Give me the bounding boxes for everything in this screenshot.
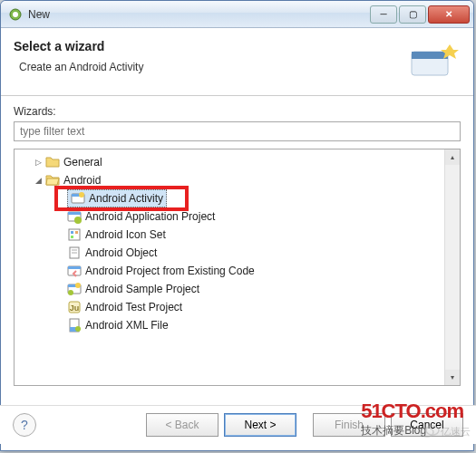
scroll-down-icon[interactable]: ▾ [445, 370, 460, 385]
svg-point-22 [75, 283, 81, 288]
tree-node-general[interactable]: ▷ General [16, 153, 442, 171]
wizard-banner-icon [406, 39, 461, 82]
content-area: Wizards: ▷ General ◢ Android [1, 96, 473, 391]
svg-rect-13 [75, 231, 78, 234]
back-button[interactable]: < Back [146, 413, 219, 437]
svg-point-10 [74, 217, 82, 224]
svg-rect-19 [68, 266, 81, 269]
app-icon [8, 7, 23, 22]
object-icon [67, 246, 82, 260]
svg-point-1 [13, 12, 18, 17]
finish-button[interactable]: Finish [313, 413, 385, 437]
tree-label: Android [63, 174, 101, 187]
wizards-label: Wizards: [14, 105, 461, 118]
dialog-window: New ─ ▢ ✕ Select a wizard Create an Andr… [0, 0, 474, 451]
folder-open-icon [45, 173, 60, 188]
folder-icon [45, 155, 60, 169]
svg-point-23 [68, 290, 73, 295]
svg-rect-9 [68, 212, 81, 215]
tree-label: Android XML File [85, 319, 169, 332]
tree-node-android[interactable]: ◢ Android [16, 171, 442, 189]
tree-label: Android Activity [89, 192, 163, 205]
import-project-icon [67, 264, 82, 278]
svg-point-7 [79, 192, 84, 198]
button-bar: ? < Back Next > Finish Cancel [0, 405, 476, 444]
scroll-up-icon[interactable]: ▴ [445, 149, 460, 165]
tree-label: Android Object [85, 246, 157, 259]
close-button[interactable]: ✕ [428, 5, 470, 24]
collapse-icon[interactable]: ◢ [33, 175, 44, 186]
header-title: Select a wizard [14, 39, 406, 53]
tree-label: Android Application Project [85, 210, 215, 223]
titlebar[interactable]: New ─ ▢ ✕ [1, 1, 473, 28]
svg-text:Ju: Ju [70, 304, 80, 313]
next-button[interactable]: Next > [224, 413, 296, 437]
tree-node-android-activity[interactable]: Android Activity [16, 189, 442, 207]
icon-set-icon [67, 227, 82, 242]
tree-label: Android Project from Existing Code [85, 265, 255, 277]
xml-file-icon [67, 318, 82, 333]
svg-rect-12 [71, 231, 73, 234]
maximize-button[interactable]: ▢ [399, 5, 426, 24]
sample-project-icon [67, 282, 82, 296]
test-project-icon: Ju [67, 300, 82, 314]
tree-node-test-project[interactable]: Ju Android Test Project [16, 298, 442, 316]
minimize-button[interactable]: ─ [370, 5, 397, 24]
tree-node-android-app-project[interactable]: Android Application Project [16, 207, 442, 226]
header-description: Create an Android Activity [19, 61, 406, 73]
cancel-button[interactable]: Cancel [391, 413, 463, 437]
wizard-tree[interactable]: ▷ General ◢ Android Android Activity [15, 149, 444, 385]
help-button[interactable]: ? [13, 413, 36, 437]
tree-node-xml-file[interactable]: Android XML File [16, 316, 442, 334]
tree-node-android-icon-set[interactable]: Android Icon Set [16, 226, 442, 244]
activity-icon [71, 191, 85, 206]
tree-node-existing-code[interactable]: Android Project from Existing Code [16, 262, 442, 280]
expand-icon[interactable]: ▷ [33, 157, 44, 168]
filter-input[interactable] [14, 121, 461, 141]
svg-rect-14 [71, 236, 73, 238]
project-icon [67, 209, 82, 224]
vertical-scrollbar[interactable]: ▴ ▾ [444, 149, 460, 385]
tree-label: Android Icon Set [85, 228, 166, 241]
svg-rect-11 [69, 229, 80, 240]
window-title: New [28, 8, 368, 21]
svg-rect-3 [412, 52, 448, 59]
svg-point-28 [75, 326, 81, 332]
tree-node-android-object[interactable]: Android Object [16, 244, 442, 262]
wizard-tree-container: ▷ General ◢ Android Android Activity [14, 149, 461, 386]
tree-label: Android Test Project [85, 301, 182, 313]
header-panel: Select a wizard Create an Android Activi… [1, 28, 473, 96]
tree-label: General [63, 156, 102, 169]
tree-node-sample-project[interactable]: Android Sample Project [16, 280, 442, 298]
tree-label: Android Sample Project [85, 283, 199, 295]
